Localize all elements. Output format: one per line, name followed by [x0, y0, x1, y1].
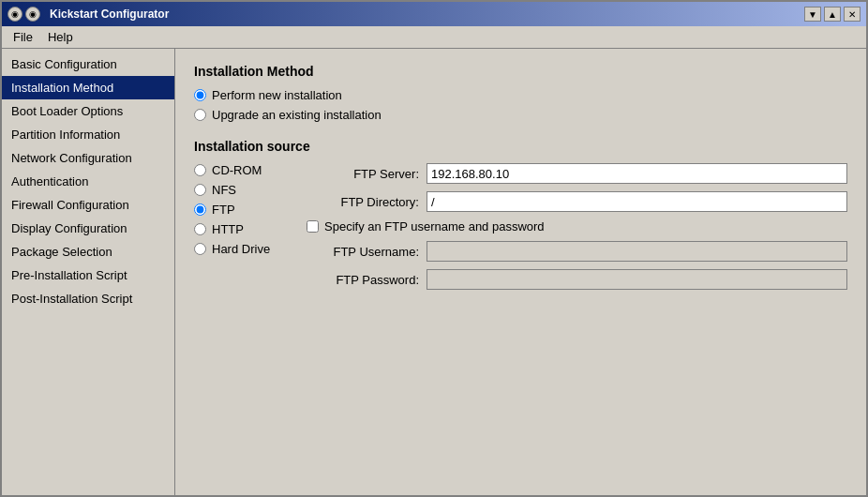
app-icon-2: ◉ — [25, 7, 40, 22]
specify-ftp-row: Specify an FTP username and password — [307, 219, 847, 233]
nfs-radio[interactable] — [194, 184, 206, 196]
ftp-server-row: FTP Server: — [307, 163, 847, 184]
title-bar-controls: ▼ ▲ ✕ — [804, 7, 861, 22]
sidebar-item-boot-loader[interactable]: Boot Loader Options — [2, 99, 174, 123]
installation-source-title: Installation source — [194, 139, 847, 154]
window-title: Kickstart Configurator — [50, 8, 799, 21]
title-bar-icons: ◉ ◉ — [7, 7, 40, 22]
ftp-username-label: FTP Username: — [307, 245, 419, 259]
ftp-directory-input[interactable] — [427, 191, 847, 212]
ftp-username-row: FTP Username: — [307, 241, 847, 262]
content-area: Installation Method Perform new installa… — [175, 49, 866, 495]
menubar: File Help — [2, 26, 866, 49]
ftp-option[interactable]: FTP — [194, 203, 288, 217]
specify-ftp-checkbox[interactable] — [307, 220, 319, 233]
source-radios: CD-ROM NFS FTP HTTP — [194, 163, 288, 290]
ftp-server-input[interactable] — [427, 163, 847, 184]
scroll-down-button[interactable]: ▼ — [804, 7, 821, 22]
sidebar-item-firewall-config[interactable]: Firewall Configuration — [2, 193, 174, 217]
menu-file[interactable]: File — [6, 28, 40, 46]
title-bar: ◉ ◉ Kickstart Configurator ▼ ▲ ✕ — [2, 2, 866, 26]
nfs-option[interactable]: NFS — [194, 183, 288, 197]
sidebar-item-post-install[interactable]: Post-Installation Script — [2, 287, 174, 310]
upgrade-existing-label: Upgrade an existing installation — [212, 108, 382, 122]
close-button[interactable]: ✕ — [844, 7, 861, 22]
perform-new-installation-option[interactable]: Perform new installation — [194, 88, 847, 102]
sidebar-item-pre-install[interactable]: Pre-Installation Script — [2, 264, 174, 287]
sidebar-item-installation-method[interactable]: Installation Method — [2, 76, 174, 99]
cdrom-label: CD-ROM — [212, 163, 262, 177]
source-layout: CD-ROM NFS FTP HTTP — [194, 163, 847, 290]
ftp-form: FTP Server: FTP Directory: Specify an FT… — [307, 163, 847, 290]
sidebar-item-package-selection[interactable]: Package Selection — [2, 240, 174, 264]
ftp-directory-row: FTP Directory: — [307, 191, 847, 212]
sidebar-item-display-config[interactable]: Display Configuration — [2, 217, 174, 240]
http-radio[interactable] — [194, 223, 206, 235]
installation-method-title: Installation Method — [194, 64, 847, 79]
main-window: ◉ ◉ Kickstart Configurator ▼ ▲ ✕ File He… — [0, 0, 868, 497]
sidebar-item-partition-info[interactable]: Partition Information — [2, 123, 174, 146]
ftp-password-label: FTP Password: — [307, 273, 419, 287]
perform-new-radio[interactable] — [194, 89, 206, 101]
sidebar-item-network-config[interactable]: Network Configuration — [2, 146, 174, 170]
http-option[interactable]: HTTP — [194, 222, 288, 236]
app-icon-1: ◉ — [7, 7, 22, 22]
cdrom-option[interactable]: CD-ROM — [194, 163, 288, 177]
ftp-server-label: FTP Server: — [307, 167, 419, 181]
harddrive-label: Hard Drive — [212, 242, 270, 256]
ftp-password-input[interactable] — [427, 269, 847, 290]
ftp-radio[interactable] — [194, 203, 206, 216]
installation-method-radio-group: Perform new installation Upgrade an exis… — [194, 88, 847, 122]
upgrade-existing-option[interactable]: Upgrade an existing installation — [194, 108, 847, 122]
specify-ftp-label: Specify an FTP username and password — [324, 219, 545, 233]
perform-new-label: Perform new installation — [212, 88, 342, 102]
nfs-label: NFS — [212, 183, 236, 197]
menu-help[interactable]: Help — [40, 28, 81, 46]
harddrive-option[interactable]: Hard Drive — [194, 242, 288, 256]
sidebar-item-basic-config[interactable]: Basic Configuration — [2, 53, 174, 76]
harddrive-radio[interactable] — [194, 243, 206, 255]
main-content: Basic Configuration Installation Method … — [2, 49, 866, 495]
sidebar-item-authentication[interactable]: Authentication — [2, 170, 174, 193]
ftp-label: FTP — [212, 203, 235, 217]
http-label: HTTP — [212, 222, 244, 236]
ftp-username-input[interactable] — [427, 241, 847, 262]
specify-ftp-option[interactable]: Specify an FTP username and password — [307, 219, 545, 233]
upgrade-existing-radio[interactable] — [194, 109, 206, 121]
sidebar: Basic Configuration Installation Method … — [2, 49, 175, 495]
scroll-up-button[interactable]: ▲ — [824, 7, 841, 22]
ftp-directory-label: FTP Directory: — [307, 195, 419, 209]
ftp-password-row: FTP Password: — [307, 269, 847, 290]
cdrom-radio[interactable] — [194, 164, 206, 176]
